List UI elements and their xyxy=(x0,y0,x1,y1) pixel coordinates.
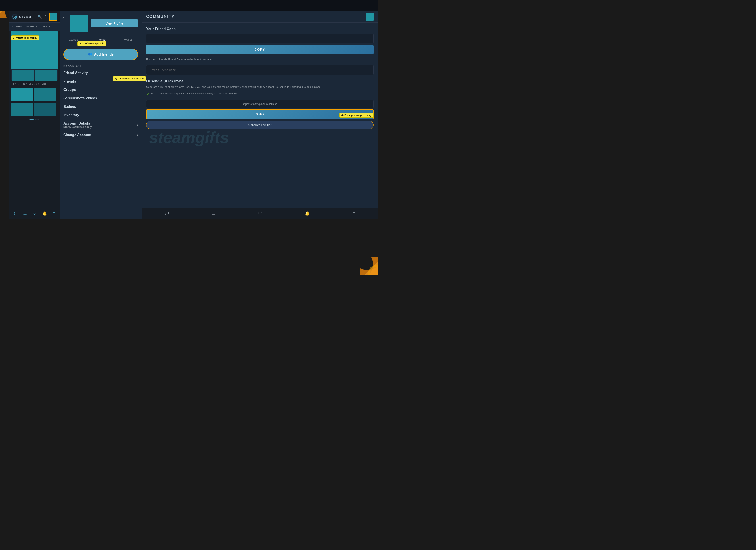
bottom-menu-icon[interactable]: ≡ xyxy=(53,211,55,216)
right-bottom-bell-icon[interactable]: 🔔 xyxy=(305,211,310,216)
annotation-click-avatar: 1) Жмем на аватарку xyxy=(11,35,39,40)
dot-active xyxy=(29,119,34,120)
add-friends-icon: 👥 xyxy=(88,52,92,56)
add-friends-button[interactable]: 👥 Add friends xyxy=(63,49,138,60)
quick-invite-title: Or send a Quick Invite xyxy=(146,79,374,83)
right-bottom-menu-icon[interactable]: ≡ xyxy=(353,211,355,216)
friend-code-description: Enter your friend's Friend Code to invit… xyxy=(146,58,374,62)
nav-bar: MENU ▾ WISHLIST WALLET xyxy=(9,23,60,31)
featured-sub-image-1 xyxy=(12,70,34,81)
back-button[interactable]: ‹ xyxy=(60,13,67,23)
bottom-list-icon[interactable]: ☰ xyxy=(23,211,27,216)
chevron-right-icon-2: › xyxy=(137,133,138,137)
nav-menu-label: MENU xyxy=(12,25,20,28)
featured-thumbnails-2 xyxy=(9,102,60,117)
svg-point-2 xyxy=(13,15,17,19)
copy-friend-code-button[interactable]: COPY xyxy=(146,45,374,54)
community-header: COMMUNITY ⋮ xyxy=(142,11,378,23)
thumb-2 xyxy=(34,88,56,101)
profile-top: ‹ View Profile xyxy=(60,11,142,36)
more-options-icon[interactable]: ⋮ xyxy=(44,15,47,19)
friend-activity-label: Friend Activity xyxy=(63,71,88,75)
quick-invite-description: Generate a link to share via email or SM… xyxy=(146,85,374,89)
annotation-copy-link: 4) Копируем новую ссылку xyxy=(339,113,374,118)
groups-label: Groups xyxy=(63,88,76,92)
chevron-right-icon: › xyxy=(137,123,138,127)
middle-panel: ‹ View Profile 2) «Добавить друзей» Game… xyxy=(60,11,142,219)
annotation-add-friends: 2) «Добавить друзей» xyxy=(77,41,106,46)
header-avatar[interactable] xyxy=(49,13,57,21)
tab-wallet[interactable]: Wallet xyxy=(114,36,142,44)
featured-sub-image-2 xyxy=(35,70,57,81)
menu-change-account[interactable]: Change Account › xyxy=(60,131,142,139)
account-details-text: Account Details Store, Security, Family xyxy=(63,122,92,129)
view-profile-button[interactable]: View Profile xyxy=(91,19,138,27)
note-content: NOTE: Each link can only be used once an… xyxy=(151,92,237,96)
search-icon[interactable]: 🔍 xyxy=(38,15,42,19)
main-wrapper: STEAM 🔍 ⋮ MENU ▾ WISHLIST WALLET 1) Жмем… xyxy=(0,0,378,275)
menu-badges[interactable]: Badges xyxy=(60,102,142,111)
community-avatar xyxy=(366,13,374,21)
friend-code-title: Your Friend Code xyxy=(146,27,374,31)
friend-code-display xyxy=(146,34,374,43)
left-panel: STEAM 🔍 ⋮ MENU ▾ WISHLIST WALLET 1) Жмем… xyxy=(9,11,60,219)
change-account-label: Change Account xyxy=(63,133,91,137)
annotation-generate-link: 3) Создаем новую ссылку xyxy=(113,76,146,81)
menu-account-details[interactable]: Account Details Store, Security, Family … xyxy=(60,119,142,131)
bottom-shield-icon[interactable]: 🛡 xyxy=(33,211,37,216)
screenshots-label: Screenshots/Videos xyxy=(63,96,97,100)
nav-wallet[interactable]: WALLET xyxy=(41,24,56,29)
dot-1 xyxy=(35,119,37,120)
right-bottom-tag-icon[interactable]: 🏷 xyxy=(165,211,169,216)
menu-groups[interactable]: Groups xyxy=(60,86,142,94)
thumb-1 xyxy=(11,88,33,101)
friend-code-input[interactable] xyxy=(146,65,374,75)
steam-logo: STEAM xyxy=(12,14,38,20)
progress-dots xyxy=(9,117,60,122)
nav-menu[interactable]: MENU ▾ xyxy=(11,24,24,29)
menu-inventory[interactable]: Inventory xyxy=(60,111,142,119)
friend-code-section: Your Friend Code COPY Enter your friend'… xyxy=(142,23,378,133)
community-more-icon[interactable]: ⋮ xyxy=(359,14,363,19)
add-friends-label: Add friends xyxy=(94,52,114,56)
account-details-subtitle: Store, Security, Family xyxy=(63,126,92,129)
featured-label: FEATURED & RECOMMENDED xyxy=(9,81,60,86)
featured-thumbnails xyxy=(9,87,60,102)
thumb-4 xyxy=(34,103,56,116)
menu-screenshots-videos[interactable]: Screenshots/Videos xyxy=(60,94,142,102)
profile-header: View Profile xyxy=(67,13,142,36)
bottom-tag-icon[interactable]: 🏷 xyxy=(13,211,17,216)
my-content-label: MY CONTENT xyxy=(60,64,142,69)
thumb-3 xyxy=(11,103,33,116)
nav-wishlist[interactable]: WISHLIST xyxy=(25,24,41,29)
left-bottom-nav: 🏷 ☰ 🛡 🔔 ≡ xyxy=(9,208,60,219)
inventory-label: Inventory xyxy=(63,113,79,117)
dot-2 xyxy=(37,119,39,120)
bottom-bell-icon[interactable]: 🔔 xyxy=(42,211,47,216)
community-title: COMMUNITY xyxy=(146,14,359,19)
badges-label: Badges xyxy=(63,105,76,109)
steam-header: STEAM 🔍 ⋮ xyxy=(9,11,60,23)
right-bottom-shield-icon[interactable]: 🛡 xyxy=(258,211,262,216)
invite-link-display: https://s.team/p/ваша/ссылка xyxy=(146,100,374,108)
featured-sub-images xyxy=(11,69,58,82)
right-bottom-list-icon[interactable]: ☰ xyxy=(212,211,215,216)
top-bar xyxy=(0,0,378,11)
steam-logo-text: STEAM xyxy=(19,15,31,18)
generate-new-link-button[interactable]: Generate new link xyxy=(146,121,374,129)
steam-logo-icon xyxy=(12,14,18,20)
friends-label: Friends xyxy=(63,79,76,83)
check-icon: ✓ xyxy=(146,91,149,97)
account-details-label: Account Details xyxy=(63,122,92,126)
note-text: ✓ NOTE: Each link can only be used once … xyxy=(146,92,374,97)
chevron-down-icon: ▾ xyxy=(20,25,22,28)
profile-avatar xyxy=(70,15,88,32)
right-panel: COMMUNITY ⋮ Your Friend Code COPY Enter … xyxy=(142,11,378,219)
right-bottom-nav: 🏷 ☰ 🛡 🔔 ≡ xyxy=(142,208,378,219)
